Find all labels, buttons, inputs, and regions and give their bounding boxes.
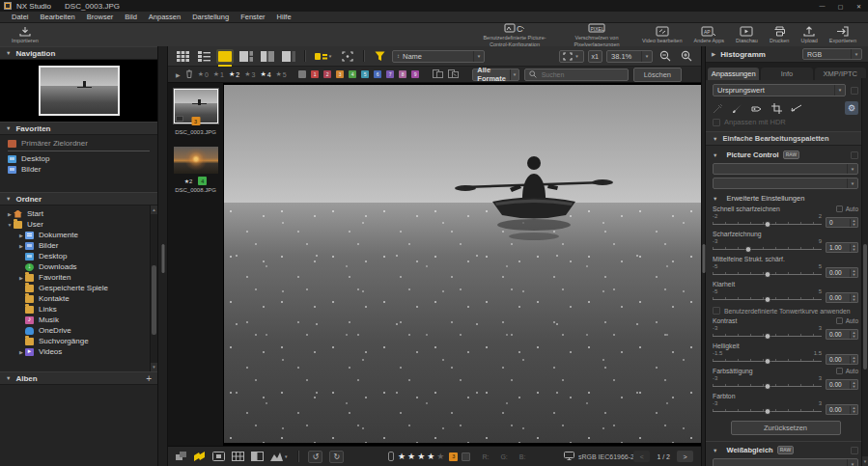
filter-star-3[interactable]: ★3 xyxy=(244,70,255,78)
expander-icon[interactable]: ▶ xyxy=(17,275,25,281)
next-image-button[interactable]: > xyxy=(677,451,693,462)
expander-icon[interactable]: ▶ xyxy=(17,243,25,249)
rating-star-1[interactable]: ★ xyxy=(398,452,406,461)
minimize-button[interactable]: — xyxy=(813,0,831,12)
favorite-desktop[interactable]: Desktop xyxy=(0,153,157,164)
value-input[interactable]: 0▲▼ xyxy=(826,217,858,228)
redo-button[interactable]: ↻ xyxy=(329,451,344,463)
tree-item-desktop[interactable]: Desktop xyxy=(0,251,157,261)
white-balance-select[interactable]: ▼ xyxy=(713,458,858,466)
tree-item-suchvorgaenge[interactable]: Suchvorgänge xyxy=(0,336,157,346)
zoom-1to1-button[interactable]: x1 xyxy=(588,50,602,63)
slider-track[interactable] xyxy=(713,407,822,415)
auto-checkbox[interactable] xyxy=(836,317,843,324)
menu-darstellung[interactable]: Darstellung xyxy=(186,13,235,21)
folders-section-header[interactable]: ▼ Ordner xyxy=(0,192,157,206)
slider-track[interactable] xyxy=(713,382,822,390)
compare-with-filmstrip-icon[interactable] xyxy=(280,49,297,64)
filter-star-4[interactable]: ★4 xyxy=(260,70,270,78)
value-input[interactable]: 1.00▲▼ xyxy=(826,242,858,253)
filter-label-7[interactable]: 7 xyxy=(386,70,394,78)
compare-two-icon[interactable] xyxy=(259,49,276,64)
scroll-down-icon[interactable]: ▼ xyxy=(862,456,868,466)
tree-item-bilder[interactable]: ▶ Bilder xyxy=(0,240,157,251)
play-filter-icon[interactable]: ▶ xyxy=(176,71,181,78)
favorite-primary-target[interactable]: Primärer Zielordner xyxy=(0,138,157,149)
filmstrip-toggle-icon[interactable] xyxy=(194,452,206,461)
slider-thumb[interactable] xyxy=(764,358,770,365)
menu-anpassen[interactable]: Anpassen xyxy=(143,13,186,21)
tree-item-kontakte[interactable]: Kontakte xyxy=(0,293,157,304)
pixel-shift-merge-button[interactable]: PIXEL Verschmelzen von Pixelverlagerunge… xyxy=(557,23,636,48)
slider-thumb[interactable] xyxy=(764,221,770,228)
picture-control-config-button[interactable]: C Benutzerdefinierte Picture-Control-Kon… xyxy=(472,23,557,48)
slider-track[interactable] xyxy=(713,245,822,253)
slider-track[interactable] xyxy=(713,295,822,303)
thumbnail[interactable] xyxy=(174,147,218,174)
filmstrip-item-1[interactable]: 3 DSC_0003.JPG xyxy=(168,89,223,135)
straighten-icon[interactable] xyxy=(791,103,802,113)
filter-icon[interactable] xyxy=(371,49,388,64)
picture-control-sub-select[interactable]: ▼ xyxy=(713,178,858,189)
splitter-handle[interactable] xyxy=(702,244,705,273)
tree-item-user[interactable]: ▼ User xyxy=(0,219,157,230)
reset-button[interactable]: Zurücksetzen xyxy=(731,421,841,435)
rating-star-5[interactable]: ★ xyxy=(436,452,444,461)
tab-info[interactable]: Info xyxy=(761,68,812,80)
expander-icon[interactable]: ▶ xyxy=(17,233,25,238)
tab-anpassungen[interactable]: Anpassungen xyxy=(708,68,759,80)
filter-label-9[interactable]: 9 xyxy=(411,70,419,78)
histogram-overlay-icon[interactable]: ▼ xyxy=(270,452,288,461)
menu-fenster[interactable]: Fenster xyxy=(235,13,270,21)
navigation-thumbnail[interactable] xyxy=(39,66,120,116)
favorites-section-header[interactable]: ▼ Favoriten xyxy=(0,122,157,135)
tree-item-favoriten[interactable]: ▶ Favoriten xyxy=(0,272,157,283)
filter-star-1[interactable]: ★1 xyxy=(213,70,224,78)
grid-view-icon[interactable] xyxy=(174,49,191,64)
image-viewport[interactable] xyxy=(224,83,701,446)
scroll-up-icon[interactable]: ▲ xyxy=(151,206,157,214)
scrollbar-thumb[interactable] xyxy=(863,244,867,370)
retouch-brush-icon[interactable] xyxy=(732,103,742,114)
maximize-button[interactable]: ▢ xyxy=(831,0,850,12)
panel-scrollbar[interactable]: ▼ xyxy=(861,78,868,466)
slider-thumb[interactable] xyxy=(764,296,770,303)
viewer-mode-icon[interactable] xyxy=(216,49,234,64)
tree-item-musik[interactable]: Musik xyxy=(0,315,157,325)
picture-control-select[interactable]: ▼ xyxy=(713,163,858,175)
other-apps-button[interactable]: AP Andere Apps xyxy=(688,23,731,48)
preset-apply-checkbox[interactable] xyxy=(851,87,858,95)
crop-icon[interactable] xyxy=(771,103,782,114)
slider-thumb[interactable] xyxy=(764,383,770,390)
value-input[interactable]: 0.00▲▼ xyxy=(826,329,858,340)
zoom-in-icon[interactable] xyxy=(678,49,695,64)
value-input[interactable]: 0.00▲▼ xyxy=(826,267,858,278)
auto-retouch-icon[interactable] xyxy=(713,103,723,114)
close-button[interactable]: ✕ xyxy=(850,0,868,12)
rating-star-2[interactable]: ★ xyxy=(407,452,415,461)
value-input[interactable]: 0.00▲▼ xyxy=(826,379,858,390)
filter-label-5[interactable]: 5 xyxy=(361,70,369,78)
add-album-button[interactable]: + xyxy=(146,373,152,384)
expander-icon[interactable]: ▶ xyxy=(17,349,25,355)
tree-item-onedrive[interactable]: OneDrive xyxy=(0,325,157,336)
print-button[interactable]: Drucken xyxy=(764,23,795,48)
video-edit-button[interactable]: Video bearbeiten xyxy=(636,23,688,48)
filter-star-0[interactable]: ★0 xyxy=(198,70,209,78)
fullscreen-icon[interactable] xyxy=(339,49,356,64)
fit-to-screen-button[interactable]: ▼ xyxy=(559,50,584,63)
slider-thumb[interactable] xyxy=(764,333,770,340)
sort-select[interactable]: ↕ Name ▼ xyxy=(392,50,485,63)
menu-datei[interactable]: Datei xyxy=(6,13,35,21)
filter-label-3[interactable]: 3 xyxy=(336,70,344,78)
multi-frame-view-icon[interactable] xyxy=(232,452,244,461)
menu-bearbeiten[interactable]: Bearbeiten xyxy=(35,13,81,21)
slider-track[interactable] xyxy=(713,220,822,228)
rating-star-3[interactable]: ★ xyxy=(417,452,425,461)
tree-item-links[interactable]: Links xyxy=(0,304,157,315)
slider-thumb[interactable] xyxy=(764,408,770,415)
albums-section-header[interactable]: ▼ Alben + xyxy=(0,371,157,385)
histogram-header[interactable]: ▶ Histogramm RGB ▼ xyxy=(706,46,868,63)
favorite-bilder[interactable]: Bilder xyxy=(0,164,157,175)
slider-thumb[interactable] xyxy=(764,271,770,278)
